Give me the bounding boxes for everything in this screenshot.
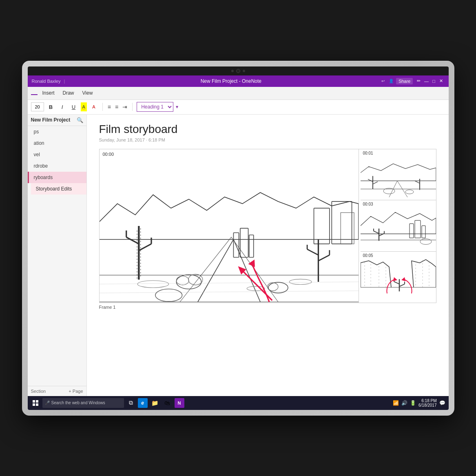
svg-rect-69 <box>33 400 35 403</box>
divider-1 <box>102 103 103 111</box>
svg-rect-72 <box>36 403 38 406</box>
close-button[interactable]: ✕ <box>438 78 444 84</box>
window-controls: ↩ 👤 Share ✏ — □ ✕ <box>381 78 444 84</box>
frame-label: Frame 1 <box>99 305 436 310</box>
taskbar-onenote-icon[interactable]: N <box>175 398 184 408</box>
pages-list: Storyboard Edits <box>31 183 86 195</box>
heading-dropdown-arrow[interactable]: ▾ <box>176 104 178 110</box>
taskbar-explorer-icon[interactable]: 📁 <box>150 398 160 408</box>
side-frame-1-svg <box>361 149 436 200</box>
title-divider: | <box>64 79 65 84</box>
taskbar: 🎤 Search the web and Windows ⧉ e 📁 🛍 N 📶… <box>28 396 449 410</box>
bold-button[interactable]: B <box>46 102 55 111</box>
tab-view[interactable]: View <box>79 89 96 97</box>
note-title[interactable]: Film storyboard <box>99 123 436 136</box>
undo-icon[interactable]: ↩ <box>381 79 385 83</box>
numbered-list-button[interactable]: ≡ <box>115 104 118 110</box>
sidebar-item-1[interactable]: ation <box>28 137 86 149</box>
sidebar-item-2[interactable]: vel <box>28 149 86 160</box>
section-label[interactable]: Section <box>31 389 46 394</box>
main-area: New Film Project 🔍 ps ation vel rdrobe <box>28 115 449 396</box>
taskbar-search-text: Search the web and Windows <box>51 401 105 405</box>
side-frame-2: 00:03 <box>361 200 436 252</box>
notification-icon[interactable]: 💬 <box>439 400 445 406</box>
device-screen: Ronald Baxley | New Film Project - OneNo… <box>28 66 449 410</box>
ribbon-tabs: Insert Draw View <box>28 87 449 100</box>
side-frame-1-time: 00:01 <box>363 151 373 155</box>
note-date: Sunday, June 18, 2017 · 6:18 PM <box>99 137 436 142</box>
user-icon[interactable]: 👤 <box>389 79 394 83</box>
add-page-button[interactable]: + Page <box>69 389 83 394</box>
heading-select[interactable]: Heading 1 <box>137 102 173 112</box>
minimize-button[interactable]: — <box>423 78 430 84</box>
maximize-button[interactable]: □ <box>430 78 437 84</box>
side-frame-2-svg <box>361 200 436 251</box>
underline-button[interactable]: U <box>69 102 78 111</box>
camera-dot-right <box>243 70 245 72</box>
side-frame-2-time: 00:03 <box>363 202 373 206</box>
camera-bar <box>28 66 449 75</box>
network-icon: 📶 <box>393 400 399 406</box>
notebook-name-label: New Film Project <box>31 117 71 123</box>
side-frames: 00:01 <box>361 149 436 303</box>
taskbar-right: 📶 🔊 🔋 6:18 PM 6/18/2017 💬 <box>393 399 445 407</box>
font-color-button[interactable]: A <box>89 102 98 111</box>
tab-draw[interactable]: Draw <box>60 89 77 97</box>
taskbar-store-icon[interactable]: 🛍 <box>162 398 172 408</box>
pen-icon[interactable]: ✏ <box>417 78 421 84</box>
sidebar-item-0[interactable]: ps <box>28 126 86 137</box>
sidebar-sections: ps ation vel rdrobe ryboards <box>28 126 86 386</box>
taskbar-search-bar[interactable]: 🎤 Search the web and Windows <box>42 398 124 408</box>
start-button[interactable] <box>31 399 40 407</box>
sidebar: New Film Project 🔍 ps ation vel rdrobe <box>28 115 87 396</box>
format-bar: 20 B I U A A ≡ ≡ ⇥ Heading 1 ▾ <box>28 100 449 115</box>
camera-lens <box>236 69 240 73</box>
highlight-button[interactable]: A <box>81 102 87 111</box>
storyboard-container: 00:00 <box>99 149 436 303</box>
main-frame: 00:00 <box>100 149 359 303</box>
task-view-button[interactable]: ⧉ <box>126 399 135 407</box>
battery-icon: 🔋 <box>410 400 416 406</box>
sidebar-item-4[interactable]: ryboards <box>28 172 86 183</box>
tab-file[interactable] <box>31 91 38 95</box>
taskbar-clock: 6:18 PM 6/18/2017 <box>418 399 437 407</box>
divider-2 <box>132 103 133 111</box>
camera-dot-left <box>231 70 234 72</box>
page-item-storyboard-edits[interactable]: Storyboard Edits <box>31 183 86 195</box>
italic-button[interactable]: I <box>58 102 67 111</box>
svg-rect-33 <box>361 152 436 197</box>
side-frame-1: 00:01 <box>361 149 436 201</box>
svg-rect-53 <box>361 255 436 299</box>
side-frame-3: 00:05 <box>361 252 436 303</box>
window-title: New Film Project - OneNote <box>201 78 261 84</box>
sidebar-footer: Section + Page <box>28 386 86 396</box>
volume-icon: 🔊 <box>401 400 407 406</box>
share-button[interactable]: Share <box>396 78 413 84</box>
font-size-input[interactable]: 20 <box>31 102 44 111</box>
taskbar-mic-icon: 🎤 <box>45 401 50 405</box>
svg-rect-71 <box>33 403 35 406</box>
main-frame-time: 00:00 <box>103 152 114 157</box>
sidebar-item-3[interactable]: rdrobe <box>28 160 86 172</box>
taskbar-edge-icon[interactable]: e <box>138 398 148 408</box>
content-area: Film storyboard Sunday, June 18, 2017 · … <box>87 115 449 396</box>
bullet-list-button[interactable]: ≡ <box>108 104 111 110</box>
title-bar: Ronald Baxley | New Film Project - OneNo… <box>28 75 449 87</box>
user-name-label: Ronald Baxley <box>32 79 61 84</box>
device-frame: Ronald Baxley | New Film Project - OneNo… <box>22 61 454 416</box>
tab-insert[interactable]: Insert <box>39 89 58 97</box>
sidebar-header: New Film Project 🔍 <box>28 115 86 126</box>
title-bar-user: Ronald Baxley | <box>32 79 81 84</box>
main-frame-svg <box>100 149 359 303</box>
indent-button[interactable]: ⇥ <box>122 104 127 110</box>
notebook-search-icon[interactable]: 🔍 <box>77 117 83 123</box>
side-frame-3-time: 00:05 <box>363 253 373 258</box>
side-frame-3-svg <box>361 252 436 303</box>
svg-rect-70 <box>36 400 38 403</box>
